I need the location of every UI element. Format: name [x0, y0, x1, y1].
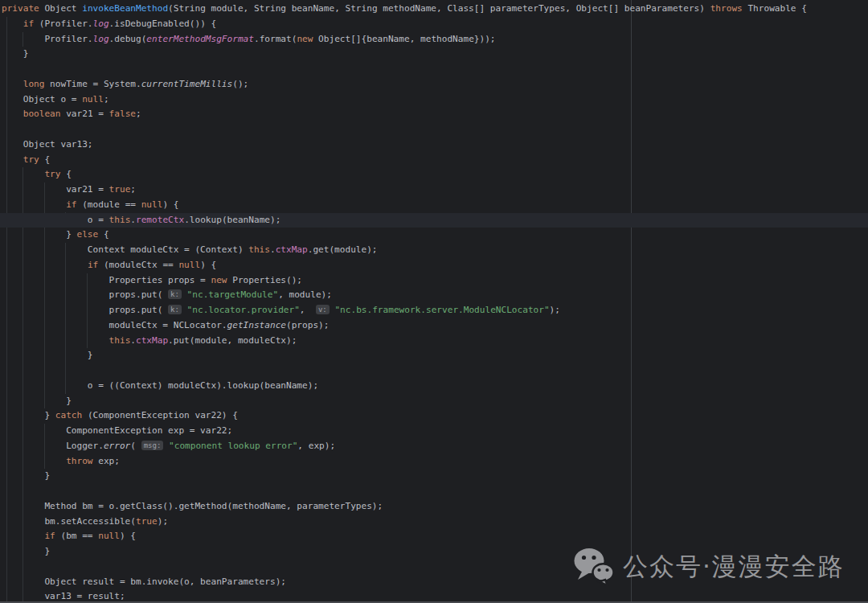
code-token: ) {	[120, 531, 136, 541]
code-line[interactable]: bm.setAccessible(true);	[2, 515, 868, 530]
code-token: enterMethodMsgFormat	[146, 34, 254, 44]
code-line[interactable]: Method bm = o.getClass().getMethod(metho…	[2, 499, 868, 515]
code-token: log	[93, 34, 109, 44]
code-line[interactable]: private Object invokeBeanMethod(String m…	[2, 2, 868, 17]
code-line[interactable]: Profiler.log.debug(enterMethodMsgFormat.…	[2, 32, 868, 47]
code-token: null	[141, 199, 163, 210]
code-token: throw	[66, 456, 92, 466]
code-token: this	[109, 335, 131, 346]
code-token: bm.setAccessible(	[2, 516, 136, 527]
code-token: );	[550, 305, 560, 315]
code-token: if	[66, 199, 76, 210]
code-line[interactable]: this.ctxMap.put(module, moduleCtx);	[2, 334, 868, 349]
code-token: ) {	[162, 199, 178, 210]
code-token	[182, 289, 187, 300]
code-token: {	[39, 154, 50, 165]
code-line[interactable]: }	[2, 469, 868, 484]
code-line[interactable]: Object o = null;	[2, 92, 868, 108]
code-token: ComponentException exp = var22;	[2, 425, 232, 436]
code-line[interactable]: try {	[2, 153, 868, 168]
code-line[interactable]: if (Profiler.log.isDebugEnabled()) {	[2, 17, 868, 32]
code-token: (ComponentException var22) {	[82, 410, 238, 420]
code-token: .debug(	[109, 34, 147, 44]
code-line[interactable]: throw exp;	[2, 454, 868, 470]
code-token: ;	[130, 184, 136, 195]
code-token: catch	[55, 410, 82, 420]
parameter-hint: v:	[316, 305, 330, 314]
code-line[interactable]	[2, 62, 868, 77]
code-token	[2, 531, 44, 541]
code-token: true	[109, 184, 131, 195]
code-token: );	[158, 516, 168, 527]
code-line[interactable]: Properties props = new Properties();	[2, 273, 868, 289]
code-line[interactable]: var21 = true;	[2, 183, 868, 198]
code-line[interactable]	[2, 484, 868, 499]
code-line[interactable]: }	[2, 47, 868, 62]
code-line[interactable]: props.put( k: "nc.targetModule", module)…	[2, 288, 868, 303]
code-line[interactable]: if (bm == null) {	[2, 529, 868, 544]
code-line[interactable]: } else {	[2, 228, 868, 243]
code-token: else	[77, 229, 99, 240]
code-lines: private Object invokeBeanMethod(String m…	[0, 0, 868, 603]
code-editor[interactable]: private Object invokeBeanMethod(String m…	[0, 0, 868, 603]
code-token: {	[60, 169, 71, 179]
code-token: Profiler.	[2, 34, 93, 44]
code-token: ) {	[200, 260, 216, 270]
code-token	[2, 79, 23, 89]
code-line[interactable]: moduleCtx = NCLocator.getInstance(props)…	[2, 318, 868, 334]
code-token: currentTimeMillis	[141, 79, 233, 89]
code-line[interactable]: }	[2, 348, 868, 363]
code-line[interactable]	[2, 122, 868, 137]
code-line[interactable]: Context moduleCtx = (Context) this.ctxMa…	[2, 243, 868, 258]
code-token: props.put(	[2, 289, 168, 300]
code-line[interactable]: if (moduleCtx == null) {	[2, 258, 868, 273]
code-token: var21 =	[2, 184, 109, 195]
code-token: remoteCtx	[136, 215, 184, 225]
code-line[interactable]: props.put( k: "nc.locator.provider", v: …	[2, 303, 868, 318]
code-token: "nc.locator.provider"	[187, 305, 300, 315]
code-line[interactable]	[2, 363, 868, 379]
code-token: .get(module);	[308, 244, 378, 255]
code-token: }	[2, 470, 50, 481]
code-token: Object[]{beanName, methodName}));	[313, 34, 495, 44]
code-line[interactable]: } catch (ComponentException var22) {	[2, 408, 868, 424]
code-token: (bm ==	[55, 531, 98, 541]
code-line[interactable]: o = ((Context) moduleCtx).lookup(beanNam…	[2, 379, 868, 394]
code-token: }	[2, 229, 77, 240]
code-line[interactable]: Logger.error( msg: "component lookup err…	[2, 439, 868, 454]
parameter-hint: k:	[168, 289, 182, 299]
code-line[interactable]: }	[2, 394, 868, 409]
code-token	[2, 456, 66, 466]
code-line[interactable]: boolean var21 = false;	[2, 107, 868, 122]
code-token: moduleCtx = NCLocator.	[2, 320, 227, 330]
code-token: null	[82, 94, 104, 105]
code-token: }	[2, 350, 93, 360]
code-token: getInstance	[227, 320, 286, 330]
code-token: "nc.bs.framework.server.ModuleNCLocator"	[334, 305, 549, 315]
wechat-icon	[572, 548, 614, 586]
code-token: if	[23, 18, 34, 29]
code-line[interactable]: try {	[2, 167, 868, 183]
code-line[interactable]: if (module == null) {	[2, 198, 868, 213]
code-token	[2, 199, 66, 210]
parameter-hint: msg:	[141, 441, 164, 450]
code-line[interactable]: ComponentException exp = var22;	[2, 424, 868, 439]
code-token	[2, 169, 44, 179]
code-line[interactable]: o = this.remoteCtx.lookup(beanName);	[0, 213, 868, 228]
code-token: Logger.	[2, 441, 104, 451]
code-token: .lookup(beanName);	[184, 215, 280, 225]
code-token: o =	[2, 215, 109, 225]
code-token: try	[44, 169, 60, 179]
code-token: .	[130, 215, 136, 225]
code-token: {	[98, 229, 108, 240]
code-line[interactable]: long nowTime = System.currentTimeMillis(…	[2, 77, 868, 92]
code-token: null	[98, 531, 120, 541]
code-token: .	[130, 335, 136, 346]
code-token: ;	[136, 109, 141, 119]
code-line[interactable]: Object var13;	[2, 137, 868, 153]
code-token: log	[93, 18, 109, 29]
code-token: Object var13;	[2, 139, 93, 150]
code-token: ;	[104, 94, 109, 105]
code-token: ctxMap	[136, 335, 168, 346]
code-token: (Profiler.	[34, 18, 92, 29]
